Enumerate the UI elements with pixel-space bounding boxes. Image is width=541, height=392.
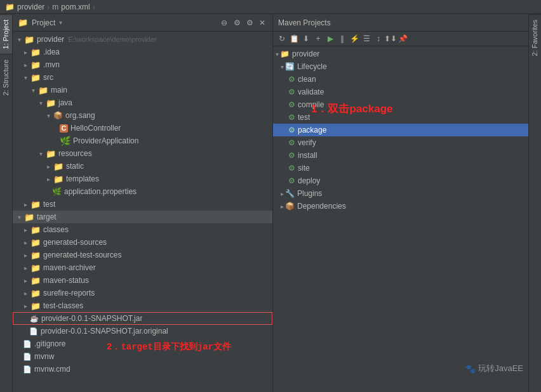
maven-item-deploy[interactable]: ⚙ deploy [273,174,528,187]
title-separator2: › [93,3,95,11]
maven-project-icon: 📁 [280,49,290,58]
maven-run-icon[interactable]: ▶ [325,34,335,44]
project-tree[interactable]: ▾ 📁 provider E:\workspace\demo\provider … [13,32,272,392]
maven-item-plugins[interactable]: ▸ 🔧 Plugins [273,187,528,200]
folder-icon: 📁 [30,301,41,311]
dependencies-expand-icon: ▸ [281,203,284,210]
plugins-expand-icon: ▸ [281,190,284,197]
list-item[interactable]: ▸ 📁 classes [13,223,272,236]
list-item[interactable]: ▾ 📁 resources [13,147,272,160]
list-item[interactable]: ▸ 📁 maven-status [13,274,272,287]
maven-item-clean[interactable]: ⚙ clean [273,73,528,86]
jar-original-icon: 📄 [29,327,38,336]
maven-toolbar: ↻ 📋 ⬇ + ▶ ‖ ⚡ ☰ ↕ ⬆⬇ 📌 [273,32,528,46]
maven-toggle-icon[interactable]: ⚡ [349,34,359,44]
maven-item-site[interactable]: ⚙ site [273,162,528,174]
list-item[interactable]: 📄 provider-0.0.1-SNAPSHOT.jar.original [13,325,272,337]
maven-pin-icon[interactable]: 📌 [397,34,408,44]
folder-icon: 📁 [53,174,63,184]
clean-gear-icon: ⚙ [288,75,295,84]
maven-menu-icon[interactable]: ☰ [361,34,371,44]
folder-icon: 📁 [30,200,41,209]
maven-skip-icon[interactable]: ‖ [337,34,347,44]
list-item[interactable]: ▸ 📁 generated-test-sources [13,249,272,261]
list-item[interactable]: 🌿 ProviderApplication [13,134,272,147]
maven-add-icon[interactable]: + [313,34,323,44]
plugins-icon: 🔧 [285,189,295,198]
folder-icon: 📁 [38,86,48,95]
maven-collapse-icon[interactable]: ⬆⬇ [385,34,396,44]
package-gear-icon: ⚙ [288,126,295,134]
maven-generate-icon[interactable]: 📋 [289,34,299,44]
list-item[interactable]: ▸ 📁 .mvn [13,58,272,71]
maven-item-validate[interactable]: ⚙ validate [273,86,528,98]
deploy-gear-icon: ⚙ [288,176,295,185]
list-item[interactable]: ▸ 📁 test [13,198,272,211]
close-panel-icon[interactable]: ✕ [257,18,267,28]
folder-icon: 📁 [30,289,41,298]
tree-root[interactable]: ▾ 📁 provider E:\workspace\demo\provider [13,33,272,46]
settings-icon[interactable]: ⚙ [232,18,242,28]
list-item[interactable]: 🌿 application.properties [13,185,272,198]
list-item[interactable]: ▸ 📁 .idea [13,46,272,58]
maven-item-compile[interactable]: ⚙ compile [273,98,528,111]
list-item[interactable]: ▾ 📁 src [13,71,272,84]
list-item[interactable]: ▸ 📁 maven-archiver [13,261,272,274]
maven-download-icon[interactable]: ⬇ [301,34,311,44]
maven-item-lifecycle[interactable]: ▾ 🔄 Lifecycle [273,60,528,73]
list-item[interactable]: 📄 mvnw [13,350,272,363]
list-item[interactable]: C HelloController [13,122,272,134]
maven-item-verify[interactable]: ⚙ verify [273,136,528,149]
title-bar: 📁 provider › m pom.xml › [0,0,541,14]
list-item[interactable]: 📄 mvnw.cmd [13,363,272,376]
title-separator1: › [47,3,50,11]
maven-item-test[interactable]: ⚙ test [273,111,528,124]
folder-icon: 📁 [30,60,41,70]
sidebar-item-structure[interactable]: 2: Structure [0,54,12,101]
list-item[interactable]: ▾ 📁 java [13,96,272,109]
folder-icon: 📁 [30,73,41,82]
list-item[interactable]: ▸ 📁 generated-sources [13,236,272,249]
sidebar-item-favorites[interactable]: 2: Favorites [529,14,541,61]
file-name: pom.xml [61,3,90,11]
site-gear-icon: ⚙ [288,164,295,173]
maven-item-package[interactable]: ⚙ package [273,124,528,136]
project-panel-header: 📁 Project ▾ ⊖ ⚙ ⚙ ✕ [13,14,272,32]
maven-refresh-icon[interactable]: ↻ [277,34,287,44]
project-icon: 📁 [5,3,15,11]
list-item[interactable]: ▸ 📁 static [13,160,272,173]
maven-panel: Maven Projects ↻ 📋 ⬇ + ▶ ‖ ⚡ ☰ ↕ ⬆⬇ 📌 [273,14,528,392]
gitignore-icon: 📄 [23,340,32,348]
validate-gear-icon: ⚙ [288,88,295,96]
lifecycle-icon: 🔄 [285,62,295,71]
maven-item-dependencies[interactable]: ▸ 📦 Dependencies [273,200,528,212]
maven-tree[interactable]: ▾ 📁 provider ▾ 🔄 Lifecycle ⚙ clean [273,46,528,392]
root-folder-icon: 📁 [24,35,34,44]
maven-item-provider-root[interactable]: ▾ 📁 provider [273,48,528,60]
panel-dropdown-arrow[interactable]: ▾ [59,19,62,26]
maven-item-install[interactable]: ⚙ install [273,149,528,162]
target-folder-icon: 📁 [24,212,34,222]
file-icon: m [52,3,58,11]
list-item[interactable]: 📄 .gitignore [13,337,272,350]
list-item[interactable]: ▸ 📁 test-classes [13,299,272,312]
folder-icon: 📁 [30,276,41,285]
jar-icon: ☕ [30,315,39,323]
list-item[interactable]: ▾ 📁 main [13,84,272,96]
mvnwcmd-icon: 📄 [23,365,32,374]
java-folder-icon: 📁 [46,98,56,108]
list-item[interactable]: ▸ 📁 templates [13,173,272,185]
lifecycle-expand-icon: ▾ [281,63,284,70]
verify-gear-icon: ⚙ [288,138,295,147]
maven-sort-icon[interactable]: ↕ [373,34,384,44]
tree-item-jar[interactable]: ☕ provider-0.0.1-SNAPSHOT.jar [13,312,272,325]
class-icon: C [60,124,68,133]
list-item[interactable]: ▾ 📦 org.sang [13,109,272,122]
sidebar-item-project[interactable]: 1: Project [0,14,12,54]
resources-folder-icon: 📁 [46,149,56,159]
dependencies-icon: 📦 [285,202,295,211]
tree-item-target[interactable]: ▾ 📁 target [13,211,272,223]
gear-icon[interactable]: ⚙ [244,18,255,28]
collapse-all-icon[interactable]: ⊖ [219,18,229,28]
list-item[interactable]: ▸ 📁 surefire-reports [13,287,272,299]
